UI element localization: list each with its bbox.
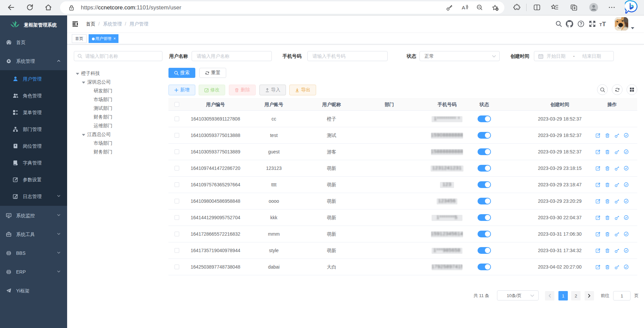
svg-text:A: A (462, 5, 465, 10)
svg-text:T: T (602, 20, 606, 27)
svg-text:T: T (599, 22, 602, 27)
